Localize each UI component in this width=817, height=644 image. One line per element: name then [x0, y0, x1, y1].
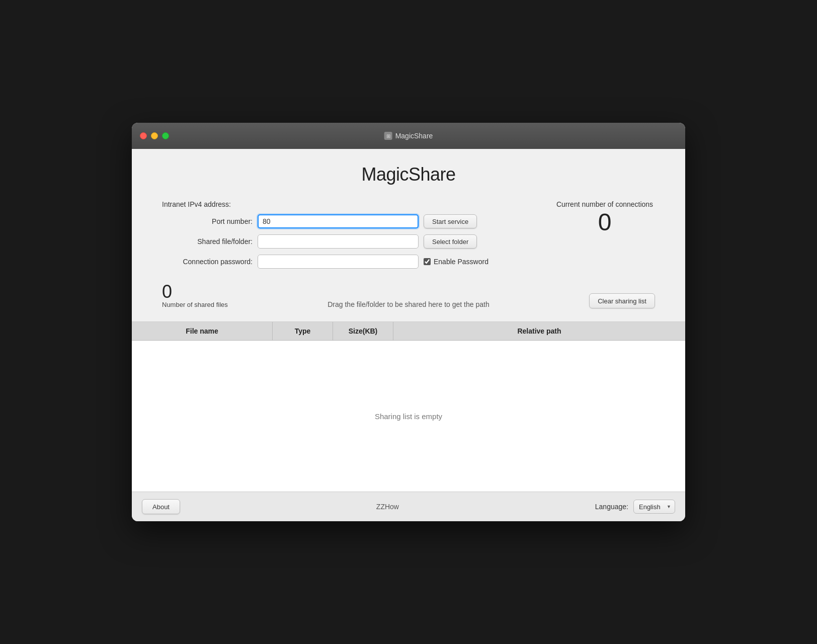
about-button[interactable]: About: [142, 499, 180, 514]
port-input[interactable]: [258, 214, 419, 228]
table-section: File name Type Size(KB) Relative path Sh…: [132, 321, 685, 492]
shared-files-label: Number of shared files: [162, 301, 228, 308]
titlebar-text: MagicShare: [395, 132, 433, 140]
shared-folder-input[interactable]: [258, 234, 419, 249]
enable-password-checkbox[interactable]: [424, 258, 431, 265]
connections-label: Current number of connections: [554, 200, 655, 208]
col-filename: File name: [132, 322, 273, 340]
footer-right: Language: English 中文: [595, 500, 675, 514]
minimize-button[interactable]: [151, 132, 158, 139]
table-header: File name Type Size(KB) Relative path: [132, 322, 685, 341]
main-content: MagicShare Intranet IPv4 address: Port n…: [132, 149, 685, 321]
password-input[interactable]: [258, 255, 419, 269]
empty-message: Sharing list is empty: [375, 412, 442, 421]
shared-folder-label: Shared file/folder:: [162, 237, 253, 246]
app-title: MagicShare: [162, 164, 655, 185]
password-label: Connection password:: [162, 258, 253, 266]
start-service-button[interactable]: Start service: [424, 214, 477, 228]
clear-sharing-list-button[interactable]: Clear sharing list: [589, 293, 655, 308]
language-select-wrapper: English 中文: [633, 500, 675, 514]
port-row: Port number: Start service: [162, 214, 554, 228]
maximize-button[interactable]: [162, 132, 169, 139]
app-icon: ⊞: [384, 132, 392, 140]
language-label: Language:: [595, 503, 628, 511]
password-row: Connection password: Enable Password: [162, 255, 554, 269]
intranet-label: Intranet IPv4 address:: [162, 200, 231, 208]
table-body: Sharing list is empty: [132, 341, 685, 492]
connections-count: 0: [554, 210, 655, 234]
traffic-lights: [140, 132, 169, 139]
close-button[interactable]: [140, 132, 147, 139]
language-select[interactable]: English 中文: [633, 500, 675, 514]
titlebar-title: ⊞ MagicShare: [384, 132, 433, 140]
shared-folder-row: Shared file/folder: Select folder: [162, 234, 554, 249]
enable-password-label[interactable]: Enable Password: [434, 258, 488, 266]
connections-area: Current number of connections 0: [554, 200, 655, 234]
stats-row: 0 Number of shared files Drag the file/f…: [162, 283, 655, 311]
footer-brand: ZZHow: [376, 503, 399, 511]
intranet-row: Intranet IPv4 address:: [162, 200, 554, 208]
enable-password-area: Enable Password: [424, 258, 488, 266]
footer: About ZZHow Language: English 中文: [132, 492, 685, 521]
port-label: Port number:: [162, 217, 253, 225]
titlebar: ⊞ MagicShare: [132, 123, 685, 149]
col-size: Size(KB): [333, 322, 393, 340]
shared-files-count-area: 0 Number of shared files: [162, 283, 228, 308]
app-window: ⊞ MagicShare MagicShare Intranet IPv4 ad…: [132, 123, 685, 521]
select-folder-button[interactable]: Select folder: [424, 234, 477, 249]
shared-files-number: 0: [162, 283, 228, 301]
col-path: Relative path: [393, 322, 685, 340]
col-type: Type: [273, 322, 333, 340]
top-section: Intranet IPv4 address: Port number: Star…: [162, 200, 655, 275]
drag-hint: Drag the file/folder to be shared here t…: [228, 300, 589, 308]
form-area: Intranet IPv4 address: Port number: Star…: [162, 200, 554, 275]
